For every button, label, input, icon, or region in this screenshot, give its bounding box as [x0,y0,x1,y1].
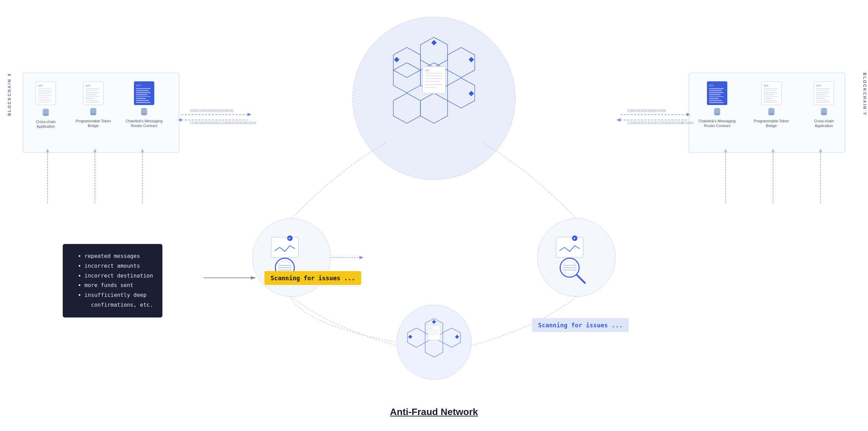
svg-marker-55 [248,113,252,116]
svg-marker-22 [425,319,443,338]
diagram-svg: </> </> ♥ [0,0,868,431]
svg-marker-69 [724,148,727,152]
svg-text:111001010111011011101010101010: 111001010111011011101010101010011010 [627,121,693,125]
scanning-badge-left: Scanning for issues ... [264,271,361,285]
svg-rect-45 [556,237,583,258]
prog-token-bridge-right-label: Programmable Token Bridge [753,119,790,128]
svg-marker-11 [469,91,474,96]
svg-marker-59 [687,113,691,116]
svg-marker-101 [251,276,256,280]
blockchain-x-label: BLOCKCHAIN X [7,73,12,116]
svg-marker-3 [448,47,475,78]
prog-token-bridge-left-label: Programmable Token Bridge [75,119,112,128]
svg-point-90 [141,113,147,116]
chainlink-router-right-label: Chainlink's Messaging Router Contract [695,119,739,128]
svg-point-99 [821,113,827,116]
cross-chain-app-left-label: Cross-chain Application [29,119,63,129]
svg-marker-6 [393,93,420,123]
issue-2: incorrect amounts [84,261,153,271]
svg-marker-27 [408,335,412,339]
svg-marker-8 [393,47,420,78]
svg-marker-25 [443,328,460,347]
svg-marker-67 [141,148,144,152]
svg-marker-75 [359,256,363,259]
svg-marker-7 [393,63,420,93]
svg-point-96 [768,113,774,116]
svg-marker-57 [177,118,181,122]
svg-marker-24 [408,328,425,347]
svg-point-84 [43,114,49,116]
svg-marker-23 [425,338,443,357]
issue-4: more funds sent [84,281,153,290]
issue-1: repeated messages [84,251,153,261]
svg-rect-29 [428,325,440,340]
svg-text:</>: </> [425,69,430,72]
svg-marker-2 [420,37,448,67]
cross-chain-app-right: </> Cross-chain Application [807,81,841,128]
svg-marker-73 [819,148,822,152]
blockchain-y-label: BLOCKCHAIN Y [862,73,867,116]
chainlink-router-left-label: Chainlink's Messaging Router Contract [122,119,166,128]
svg-text:♥: ♥ [573,237,575,240]
svg-point-35 [537,219,615,296]
svg-text:010011010101001010100101: 010011010101001010100101 [190,109,234,112]
cross-chain-app-left: </> Cross-chain Application [29,81,63,129]
svg-text:111001010101001011101010101010: 111001010101001011101010101010011010 [190,121,256,125]
cross-chain-app-right-label: Cross-chain Application [807,119,841,128]
svg-marker-65 [93,148,97,152]
svg-marker-9 [431,40,437,45]
svg-marker-28 [455,335,459,339]
svg-text:010011010101001010100: 010011010101001010100 [627,109,666,112]
scanning-badge-right: Scanning for issues ... [532,318,629,332]
svg-marker-71 [771,148,775,152]
svg-rect-36 [271,237,298,258]
svg-point-0 [353,17,515,180]
issue-3: incorrect destination [84,271,153,281]
svg-rect-13 [422,66,446,94]
svg-point-37 [287,235,293,241]
svg-point-21 [397,305,471,379]
svg-marker-5 [420,93,448,123]
diagram-container: </> </> ♥ [0,0,868,431]
svg-marker-4 [448,78,475,108]
svg-marker-1 [420,63,448,93]
svg-point-48 [560,258,579,277]
svg-point-93 [714,113,720,116]
svg-point-87 [90,113,96,116]
svg-text:♥: ♥ [289,237,291,240]
prog-token-bridge-left: </> Programmable Token Bridge [75,81,112,128]
svg-marker-61 [616,118,620,122]
issue-5: insufficiently deep confirmations, etc. [84,290,153,310]
chainlink-router-right: </> Chainlink's Messaging Router Contrac… [695,81,739,128]
svg-point-49 [563,261,576,274]
issues-box: repeated messages incorrect amounts inco… [63,244,162,317]
prog-token-bridge-right: </> Programmable Token Bridge [753,81,790,128]
svg-marker-10 [469,57,474,62]
svg-line-53 [577,275,585,283]
svg-point-46 [572,235,577,241]
svg-marker-63 [46,148,49,152]
main-title: Anti-Fraud Network [390,407,478,417]
chainlink-router-left: </> Chainlink's Messaging Router Contrac… [122,81,166,128]
svg-marker-26 [432,320,436,324]
svg-marker-12 [394,57,399,62]
svg-text:</>: </> [429,327,432,329]
